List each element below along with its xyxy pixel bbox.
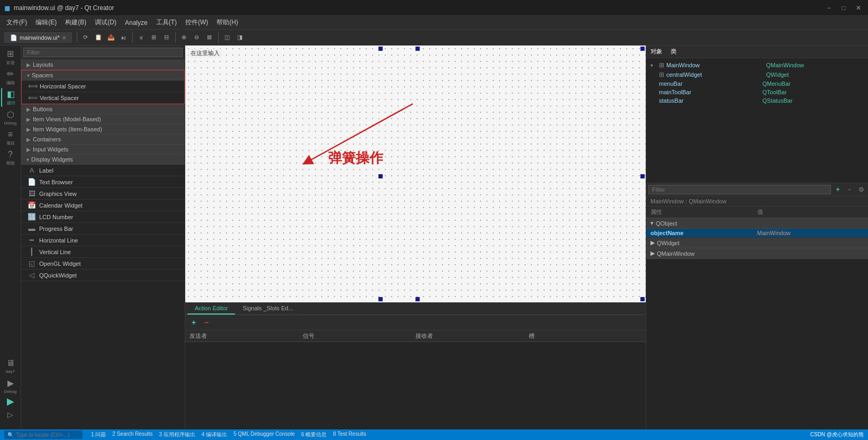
signals-remove-button[interactable]: − [201,317,212,328]
obj-row-toolbar[interactable]: mainToolBar QToolBar [648,88,866,96]
toolbar-btn12[interactable]: ◨ [234,32,246,43]
status-tab-qml[interactable]: 5 QML Debugger Console [233,431,295,438]
category-containers[interactable]: ▶ Containers [21,134,185,145]
signals-add-button[interactable]: + [188,317,199,328]
obj-row-mainwindow[interactable]: ▾ ⊞ MainWindow QMainWindow [648,60,866,70]
tab-action-editor[interactable]: Action Editor [187,303,235,315]
canvas-handle-tr[interactable] [640,47,645,51]
widget-filter-input[interactable] [23,48,183,57]
status-tab-search[interactable]: 2 Search Results [112,431,152,438]
menu-build[interactable]: 构建(B) [61,17,91,28]
toolbar-btn2[interactable]: 📋 [93,32,104,43]
qobject-expand-icon: ▾ [650,220,654,227]
sidebar-item-edit[interactable]: ✏ 编辑 [1,68,20,87]
widget-item-hline[interactable]: ━ Horizontal Line [21,235,185,246]
canvas-handle-tc[interactable] [415,47,420,51]
signals-toolbar: + − [185,315,646,330]
sidebar-item-welcome[interactable]: ⊞ 欢迎 [1,48,20,67]
toolbar-btn11[interactable]: ◫ [221,32,233,43]
category-input-widgets[interactable]: ▶ Input Widgets [21,145,185,155]
right-panel: 对象 类 ▾ ⊞ MainWindow QMainWindow ⊞ centra… [646,46,868,429]
category-buttons[interactable]: ▶ Buttons [21,104,185,114]
obj-row-centralwidget[interactable]: ⊞ centralWidget QWidget [648,70,866,79]
progress-bar-label: Progress Bar [39,226,73,232]
prop-section-qmainwindow[interactable]: ▶ QMainWindow [646,248,868,259]
toolbar-btn1[interactable]: ⟳ [80,32,92,43]
sidebar-item-design[interactable]: ◧ 设计 [1,88,20,107]
widget-item-calendar[interactable]: 📅 Calendar Widget [21,200,185,211]
debug-run-button[interactable]: ▷ [1,410,20,419]
menu-tools[interactable]: 工具(T) [152,17,181,28]
menu-file[interactable]: 文件(F) [2,17,31,28]
maximize-button[interactable]: □ [838,3,849,13]
prop-add-button[interactable]: + [833,185,843,194]
widget-item-lcd[interactable]: 🔢 LCD Number [21,211,185,223]
status-tab-problems[interactable]: 1 问题 [91,431,106,438]
category-item-views[interactable]: ▶ Item Views (Model-Based) [21,114,185,124]
widget-item-text-browser[interactable]: 📄 Text Browser [21,176,185,188]
toolbar-btn8[interactable]: ⊕ [178,32,190,43]
widget-item-qquick[interactable]: ◁ QQuickWidget [21,270,185,281]
canvas-handle-bc[interactable] [415,297,420,301]
status-tab-test[interactable]: 8 Test Results [333,431,366,438]
menu-edit[interactable]: 编辑(E) [31,17,61,28]
canvas-handle-tl[interactable] [378,47,383,51]
status-tab-app-output[interactable]: 3 应用程序输出 [159,431,195,438]
prop-remove-button[interactable]: − [845,185,854,194]
progress-bar-icon: ▬ [28,225,36,232]
prop-filter-input[interactable] [648,185,831,194]
minimize-button[interactable]: − [824,3,834,13]
canvas-handle-mr[interactable] [640,174,645,178]
toolbar-btn5[interactable]: ≡ [135,32,147,43]
menu-help[interactable]: 帮助(H) [212,17,242,28]
toolbar-btn9[interactable]: ⊖ [191,32,203,43]
canvas-handle-bl[interactable] [378,297,383,301]
category-layouts[interactable]: ▶ Layouts [21,60,185,70]
tab-signals-slots[interactable]: Signals _Slots Ed... [235,303,300,315]
widget-item-vspacer[interactable]: ⟸ Vertical Spacer [22,92,184,104]
toolbar-btn4[interactable]: ⏯ [118,32,130,43]
tab-mainwindow[interactable]: 📄 mainwindow.ui* ✕ [4,32,72,43]
toolbar-btn3[interactable]: 📤 [105,32,117,43]
obj-row-menubar[interactable]: menuBar QMenuBar [648,79,866,88]
calendar-label: Calendar Widget [39,202,83,209]
status-search-bar: 🔍 [4,430,83,439]
sidebar-item-debug[interactable]: ⬡ Debug [1,108,20,127]
status-tab-compile[interactable]: 4 编译输出 [202,431,227,438]
widget-item-opengl[interactable]: ◱ OpenGL Widget [21,258,185,270]
toolbar-btn7[interactable]: ⊟ [161,32,173,43]
widget-item-graphics-view[interactable]: 🖼 Graphics View [21,188,185,200]
menu-widget[interactable]: 控件(W) [181,17,212,28]
toolbar-btn6[interactable]: ⊞ [148,32,160,43]
category-spacers[interactable]: ▾ Spacers [22,70,184,80]
toolbar-sep2 [132,32,133,43]
toolbar-btn10[interactable]: ⊠ [204,32,215,43]
prop-settings-icon[interactable]: ⚙ [856,185,866,194]
category-display-widgets[interactable]: ▾ Display Widgets [21,155,185,165]
prop-row-objectname[interactable]: objectName MainWindow [646,229,868,238]
sidebar-item-help[interactable]: ? 帮助 [1,148,20,167]
sidebar-item-debug2[interactable]: ▶ Debug [1,376,20,396]
prop-section-qobject[interactable]: ▾ QObject [646,218,868,229]
hline-icon: ━ [28,236,36,244]
sidebar-item-project[interactable]: ≡ 项目 [1,128,20,147]
menu-analyze[interactable]: Analyze [121,18,152,28]
sidebar-item-day7[interactable]: 🖥 day7 [1,356,20,375]
calendar-icon: 📅 [28,201,36,209]
widget-item-vline[interactable]: ┃ Vertical Line [21,246,185,258]
menu-debug[interactable]: 调试(D) [91,17,121,28]
widget-item-hspacer[interactable]: ⟺ Horizontal Spacer [22,80,184,92]
centralwidget-class: QWidget [766,71,864,78]
canvas-area[interactable]: 在这里输入 弹簧操作 [185,46,646,302]
obj-row-statusbar[interactable]: statusBar QStatusBar [648,96,866,105]
status-tab-overview[interactable]: 6 概要信息 [301,431,327,438]
tab-close-icon[interactable]: ✕ [62,35,66,41]
locate-input[interactable] [16,432,79,438]
close-button[interactable]: ✕ [853,3,864,13]
category-item-widgets[interactable]: ▶ Item Widgets (Item-Based) [21,124,185,134]
prop-section-qwidget[interactable]: ▶ QWidget [646,238,868,248]
widget-item-label[interactable]: A Label [21,165,185,176]
run-button[interactable]: ▶ [1,396,20,407]
canvas-handle-br[interactable] [640,297,645,301]
widget-item-progress-bar[interactable]: ▬ Progress Bar [21,223,185,235]
